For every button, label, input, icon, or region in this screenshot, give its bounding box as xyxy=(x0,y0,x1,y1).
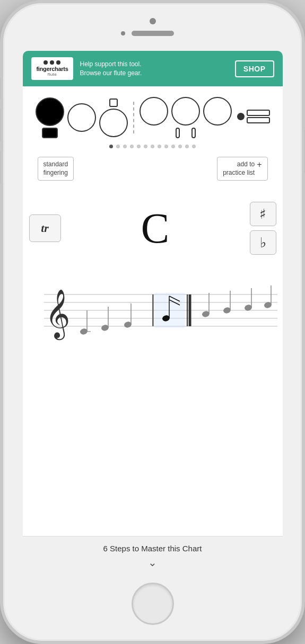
note-head xyxy=(236,112,246,121)
note-display: tr C ♯ ♭ xyxy=(23,196,283,260)
key-6 xyxy=(203,97,232,126)
key-3 xyxy=(99,109,128,137)
sharp-button[interactable]: ♯ xyxy=(250,202,276,226)
pagination-dots[interactable] xyxy=(109,145,196,148)
plus-icon: + xyxy=(257,160,262,169)
promo-text: Help support this tool. Browse our flute… xyxy=(80,60,228,78)
logo-dots xyxy=(43,60,60,65)
page-dot-1[interactable] xyxy=(109,145,113,148)
page-dot-11[interactable] xyxy=(178,145,182,148)
trill-key-top xyxy=(247,110,270,116)
accidental-buttons: ♯ ♭ xyxy=(250,202,276,255)
sharp-symbol: ♯ xyxy=(259,206,266,222)
screen-content: standard fingering add to practice list … xyxy=(23,86,283,575)
chevron-down-icon[interactable]: ⌄ xyxy=(148,557,157,568)
key-3-group xyxy=(99,99,128,137)
action-row: standard fingering add to practice list … xyxy=(31,157,274,181)
page-dot-3[interactable] xyxy=(123,145,127,148)
logo-dot-1 xyxy=(43,60,48,65)
add-to-practice-list-button[interactable]: add to practice list + xyxy=(217,157,267,181)
flat-symbol: ♭ xyxy=(260,235,266,251)
page-dot-4[interactable] xyxy=(130,145,134,148)
mute-button[interactable] xyxy=(0,77,1,99)
home-button[interactable] xyxy=(132,583,174,625)
key-3-notch xyxy=(109,99,118,107)
note-icon-group xyxy=(237,110,270,123)
standard-fingering-button[interactable]: standard fingering xyxy=(38,157,74,181)
logo-instrument: flute xyxy=(48,72,57,77)
trill-key-mid xyxy=(247,117,270,123)
staff-area: 𝄞 xyxy=(23,265,283,536)
logo-name: fingercharts xyxy=(37,66,68,72)
trill-keys xyxy=(237,110,270,126)
vent-holes-row xyxy=(176,128,196,138)
page-dot-7[interactable] xyxy=(151,145,154,148)
sensor-dot xyxy=(121,31,125,35)
logo-dot-3 xyxy=(56,60,60,65)
front-camera xyxy=(150,18,156,24)
page-dot-13[interactable] xyxy=(192,145,196,148)
phone-frame: fingercharts flute Help support this too… xyxy=(0,0,305,644)
add-practice-text: add to practice list xyxy=(223,160,255,176)
volume-down-button[interactable] xyxy=(0,151,1,183)
volume-up-button[interactable] xyxy=(0,109,1,141)
steps-text: 6 Steps to Master this Chart xyxy=(103,544,202,553)
key-thumb-filled xyxy=(36,97,64,126)
shop-button[interactable]: SHOP xyxy=(235,60,274,77)
flat-button[interactable]: ♭ xyxy=(250,230,276,255)
speaker-grille xyxy=(132,31,174,36)
keys-4-6-row xyxy=(140,97,232,126)
thumb-key-group xyxy=(36,97,64,138)
app-logo: fingercharts flute xyxy=(31,57,74,80)
svg-rect-16 xyxy=(154,293,185,328)
bottom-bar: 6 Steps to Master this Chart ⌄ xyxy=(23,536,283,575)
vent-2 xyxy=(191,128,196,138)
staff-svg: 𝄞 xyxy=(23,265,283,350)
thumb-rect xyxy=(42,128,58,138)
keys-row xyxy=(31,97,274,138)
page-dot-5[interactable] xyxy=(137,145,141,148)
phone-screen: fingercharts flute Help support this too… xyxy=(23,51,283,575)
key-5 xyxy=(171,97,200,126)
page-dot-10[interactable] xyxy=(171,145,175,148)
note-letter: C xyxy=(61,207,250,249)
logo-dot-2 xyxy=(50,60,54,65)
page-dot-2[interactable] xyxy=(116,145,120,148)
section-divider xyxy=(133,102,134,133)
trill-label: tr xyxy=(41,221,49,235)
keys-4-6-group xyxy=(140,97,232,138)
key-4 xyxy=(140,97,168,126)
svg-text:𝄞: 𝄞 xyxy=(45,290,70,341)
vent-1 xyxy=(176,128,180,138)
page-dot-8[interactable] xyxy=(158,145,161,148)
page-dot-12[interactable] xyxy=(185,145,189,148)
promo-banner: fingercharts flute Help support this too… xyxy=(23,51,283,86)
page-dot-9[interactable] xyxy=(164,145,168,148)
page-dot-6[interactable] xyxy=(144,145,147,148)
trill-button[interactable]: tr xyxy=(29,214,61,242)
trill-rect-group xyxy=(247,110,270,123)
key-2 xyxy=(67,103,96,132)
fingering-diagram-area: standard fingering add to practice list … xyxy=(23,86,283,196)
